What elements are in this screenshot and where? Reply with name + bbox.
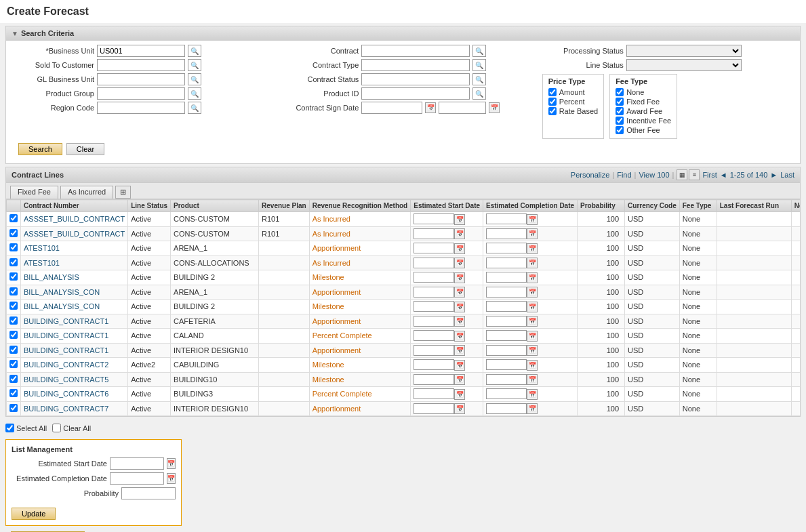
contract-lookup[interactable]: 🔍 — [472, 45, 486, 57]
table-row-eststart-12[interactable]: 📅 — [411, 387, 483, 402]
table-row-eststart-3[interactable]: 📅 — [411, 255, 483, 270]
table-row-estend-1[interactable]: 📅 — [483, 226, 578, 241]
est-end-cal-11[interactable]: 📅 — [527, 374, 538, 385]
table-row-checkbox-3[interactable] — [7, 255, 21, 270]
table-row-eststart-14[interactable]: 📅 — [411, 416, 483, 417]
table-row-checkbox-4[interactable] — [7, 270, 21, 285]
search-criteria-header[interactable]: ▼ Search Criteria — [6, 26, 800, 41]
table-row-contract-10[interactable]: BUILDING_CONTRACT2 — [21, 358, 128, 373]
list-view-icon[interactable]: ≡ — [689, 169, 700, 180]
table-row-contract-9[interactable]: BUILDING_CONTRACT1 — [21, 343, 128, 358]
table-row-contract-4[interactable]: BILL_ANALYSIS — [21, 270, 128, 285]
table-row-contract-0[interactable]: ASSSET_BUILD_CONTRACT — [21, 212, 128, 227]
table-row-estend-9[interactable]: 📅 — [483, 343, 578, 358]
contract-status-lookup[interactable]: 🔍 — [472, 73, 486, 85]
clear-all-checkbox[interactable] — [52, 424, 61, 432]
est-start-cal-8[interactable]: 📅 — [454, 331, 465, 342]
est-start-cal-10[interactable]: 📅 — [454, 360, 465, 371]
table-row-contract-11[interactable]: BUILDING_CONTRACT5 — [21, 372, 128, 387]
table-row-eststart-13[interactable]: 📅 — [411, 401, 483, 416]
table-row-contract-6[interactable]: BILL_ANALYSIS_CON — [21, 300, 128, 314]
processing-status-select[interactable] — [626, 45, 742, 57]
clear-button[interactable]: Clear — [66, 143, 104, 155]
last-link[interactable]: Last — [780, 171, 794, 179]
table-row-eststart-6[interactable]: 📅 — [411, 300, 483, 314]
est-end-cal-9[interactable]: 📅 — [527, 345, 538, 356]
gl-business-unit-input[interactable] — [97, 73, 185, 85]
est-start-cal-0[interactable]: 📅 — [454, 214, 465, 225]
table-row-eststart-5[interactable]: 📅 — [411, 285, 483, 300]
table-row-checkbox-1[interactable] — [7, 226, 21, 241]
est-start-cal-4[interactable]: 📅 — [454, 272, 465, 283]
table-row-checkbox-13[interactable] — [7, 401, 21, 416]
sold-to-customer-lookup[interactable]: 🔍 — [188, 59, 201, 71]
sold-to-customer-input[interactable] — [97, 59, 185, 71]
business-unit-input[interactable] — [97, 45, 185, 57]
find-link[interactable]: Find — [617, 171, 631, 179]
contract-sign-date-from-input[interactable] — [361, 102, 422, 114]
lm-est-start-date-cal[interactable]: 📅 — [167, 458, 176, 469]
select-all-checkbox[interactable] — [5, 424, 14, 432]
product-group-input[interactable] — [97, 87, 185, 100]
est-end-cal-5[interactable]: 📅 — [527, 287, 538, 298]
contract-sign-date-to-input[interactable] — [439, 102, 486, 114]
table-row-eststart-1[interactable]: 📅 — [411, 226, 483, 241]
table-row-checkbox-7[interactable] — [7, 314, 21, 329]
update-button[interactable]: Update — [12, 508, 56, 520]
table-row-eststart-7[interactable]: 📅 — [411, 314, 483, 329]
est-end-cal-8[interactable]: 📅 — [527, 331, 538, 342]
price-type-ratebased-checkbox[interactable] — [548, 107, 557, 115]
price-type-amount-checkbox[interactable] — [548, 88, 557, 96]
table-row-contract-5[interactable]: BILL_ANALYSIS_CON — [21, 285, 128, 300]
prev-nav-icon[interactable]: ◄ — [720, 171, 727, 179]
table-row-estend-3[interactable]: 📅 — [483, 255, 578, 270]
table-row-contract-12[interactable]: BUILDING_CONTRACT6 — [21, 387, 128, 402]
fee-type-none-checkbox[interactable] — [616, 88, 624, 96]
tab-fixed-fee[interactable]: Fixed Fee — [10, 186, 58, 199]
product-id-input[interactable] — [361, 87, 470, 100]
contract-sign-date-from-cal[interactable]: 📅 — [425, 102, 436, 113]
est-end-cal-12[interactable]: 📅 — [527, 389, 538, 400]
view-link[interactable]: View 100 — [639, 171, 669, 179]
table-row-contract-7[interactable]: BUILDING_CONTRACT1 — [21, 314, 128, 329]
grid-view-icon[interactable]: ▦ — [677, 169, 687, 180]
contract-lines-table-container[interactable]: Contract Number Line Status Product Reve… — [6, 199, 800, 416]
gl-business-unit-lookup[interactable]: 🔍 — [188, 73, 201, 85]
table-row-contract-1[interactable]: ASSSET_BUILD_CONTRACT — [21, 226, 128, 241]
table-row-contract-8[interactable]: BUILDING_CONTRACT1 — [21, 329, 128, 344]
first-link[interactable]: First — [702, 171, 717, 179]
table-row-estend-0[interactable]: 📅 — [483, 212, 578, 227]
contract-type-lookup[interactable]: 🔍 — [472, 59, 486, 71]
est-end-cal-4[interactable]: 📅 — [527, 272, 538, 283]
personalize-link[interactable]: Personalize — [571, 171, 609, 179]
table-row-contract-3[interactable]: ATEST101 — [21, 255, 128, 270]
next-nav-icon[interactable]: ► — [770, 171, 778, 179]
table-row-estend-12[interactable]: 📅 — [483, 387, 578, 402]
table-row-eststart-2[interactable]: 📅 — [411, 241, 483, 256]
table-row-contract-14[interactable]: BUILDING_CONTRACT8 — [21, 416, 128, 417]
est-start-cal-2[interactable]: 📅 — [454, 243, 465, 254]
product-group-lookup[interactable]: 🔍 — [188, 87, 201, 100]
est-end-cal-2[interactable]: 📅 — [527, 243, 538, 254]
table-row-eststart-10[interactable]: 📅 — [411, 358, 483, 373]
select-all-label[interactable]: Select All — [5, 424, 47, 432]
table-row-checkbox-9[interactable] — [7, 343, 21, 358]
table-row-checkbox-12[interactable] — [7, 387, 21, 402]
est-start-cal-9[interactable]: 📅 — [454, 345, 465, 356]
table-row-estend-4[interactable]: 📅 — [483, 270, 578, 285]
lm-est-completion-date-input[interactable] — [110, 472, 164, 485]
est-start-cal-7[interactable]: 📅 — [454, 316, 465, 327]
tab-extra-icon[interactable]: ⊞ — [115, 186, 131, 199]
table-row-checkbox-6[interactable] — [7, 300, 21, 314]
est-start-cal-5[interactable]: 📅 — [454, 287, 465, 298]
fee-type-awardfee-checkbox[interactable] — [616, 107, 624, 115]
est-start-cal-11[interactable]: 📅 — [454, 374, 465, 385]
region-code-input[interactable] — [97, 102, 185, 114]
search-button[interactable]: Search — [18, 143, 62, 155]
table-row-estend-11[interactable]: 📅 — [483, 372, 578, 387]
contract-type-input[interactable] — [361, 59, 470, 71]
table-row-estend-2[interactable]: 📅 — [483, 241, 578, 256]
table-row-eststart-4[interactable]: 📅 — [411, 270, 483, 285]
table-row-eststart-9[interactable]: 📅 — [411, 343, 483, 358]
est-end-cal-6[interactable]: 📅 — [527, 302, 538, 312]
